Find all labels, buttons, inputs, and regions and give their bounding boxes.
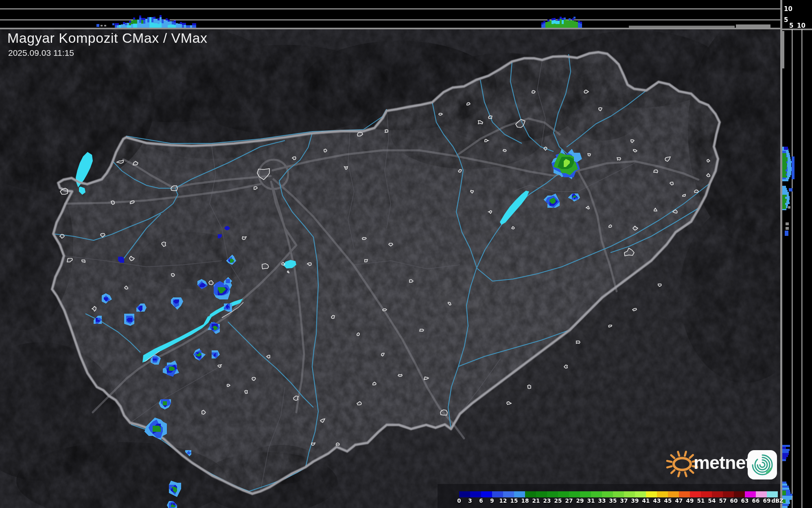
- legend-tick-label: 69: [763, 497, 771, 504]
- legend-tick-label: 41: [642, 497, 650, 504]
- legend-unit-label: dBZ: [771, 497, 784, 504]
- top-panel-5km-label: 5: [784, 16, 788, 24]
- product-timestamp: 2025.09.03 11:15: [8, 48, 74, 58]
- legend-cell-6: [481, 491, 492, 497]
- reflectivity-legend: 0369121518212325272931333537394143454749…: [438, 484, 780, 508]
- legend-tick-label: 25: [554, 497, 562, 504]
- legend-cell-3: [470, 491, 481, 497]
- legend-cell-51: [701, 491, 712, 497]
- legend-tick-label: 27: [565, 497, 573, 504]
- legend-tick-label: 12: [499, 497, 507, 504]
- legend-cell-57: [723, 491, 734, 497]
- legend-tick-label: 57: [719, 497, 727, 504]
- product-title: Magyar Kompozit CMax / VMax: [7, 30, 208, 46]
- legend-tick-label: 54: [708, 497, 716, 504]
- legend-tick-label: 39: [631, 497, 639, 504]
- legend-tick-label: 45: [664, 497, 672, 504]
- legend-tick-label: 63: [741, 497, 749, 504]
- legend-cell-49: [690, 491, 701, 497]
- top-panel-10km-label: 10: [784, 5, 792, 13]
- legend-tick-label: 15: [510, 497, 518, 504]
- legend-cell-66: [756, 491, 767, 497]
- legend-tick-label: 6: [479, 497, 483, 504]
- right-panel-10km-label: 10: [797, 22, 805, 29]
- legend-cell-15: [514, 491, 525, 497]
- logo-wordmark: metnet: [694, 452, 751, 473]
- legend-tick-label: 60: [730, 497, 738, 504]
- legend-cell-39: [635, 491, 646, 497]
- legend-tick-label: 21: [532, 497, 540, 504]
- legend-cell-63: [745, 491, 756, 497]
- legend-tick-label: 35: [609, 497, 617, 504]
- metnet-app-icon: [747, 450, 777, 480]
- legend-tick-label: 51: [697, 497, 705, 504]
- legend-cell-37: [624, 491, 635, 497]
- legend-cell-29: [580, 491, 591, 497]
- legend-cell-27: [569, 491, 580, 497]
- legend-tick-label: 43: [653, 497, 661, 504]
- radar-map-canvas[interactable]: [0, 0, 812, 508]
- legend-cell-18: [525, 491, 536, 497]
- radar-composite-app: Magyar Kompozit CMax / VMax 2025.09.03 1…: [0, 0, 812, 508]
- legend-cell-60: [734, 491, 745, 497]
- terrain-texture: [0, 29, 780, 508]
- legend-tick-label: 47: [675, 497, 683, 504]
- metnet-logo: metnet: [663, 445, 781, 482]
- map-layers: [0, 12, 812, 508]
- top-altitude-panel: [0, 0, 780, 29]
- legend-tick-label: 9: [490, 497, 494, 504]
- legend-cell-43: [657, 491, 668, 497]
- legend-tick-label: 66: [752, 497, 760, 504]
- legend-cell-0: [459, 491, 470, 497]
- right-panel-5km-label: 5: [789, 22, 793, 29]
- legend-tick-label: 3: [468, 497, 472, 504]
- legend-tick-label: 23: [543, 497, 551, 504]
- legend-cell-23: [547, 491, 558, 497]
- legend-cell-45: [668, 491, 679, 497]
- legend-tick-label: 49: [686, 497, 694, 504]
- legend-cell-35: [613, 491, 624, 497]
- legend-cell-69: [767, 491, 778, 497]
- right-altitude-panel: [780, 0, 812, 508]
- legend-cell-54: [712, 491, 723, 497]
- legend-cell-25: [558, 491, 569, 497]
- legend-cell-12: [503, 491, 514, 497]
- legend-cell-41: [646, 491, 657, 497]
- legend-cell-9: [492, 491, 503, 497]
- legend-tick-label: 0: [457, 497, 461, 504]
- legend-tick-label: 31: [587, 497, 595, 504]
- legend-cell-33: [602, 491, 613, 497]
- legend-cell-47: [679, 491, 690, 497]
- legend-tick-label: 33: [598, 497, 606, 504]
- legend-cell-21: [536, 491, 547, 497]
- legend-cell-31: [591, 491, 602, 497]
- legend-tick-label: 37: [620, 497, 628, 504]
- legend-tick-label: 18: [521, 497, 529, 504]
- legend-tick-label: 29: [576, 497, 584, 504]
